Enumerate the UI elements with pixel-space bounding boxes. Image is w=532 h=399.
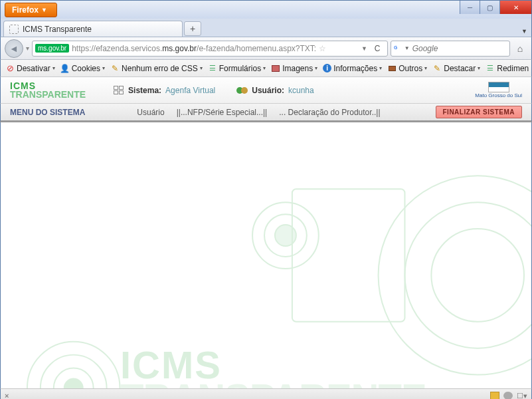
- status-bar: × ☐▾: [0, 388, 532, 399]
- sistema-info: Sistema: Agenfa Virtual: [114, 86, 215, 95]
- back-button[interactable]: ◄: [5, 39, 23, 58]
- watermark: ICMS TRANSPARENTE: [1, 122, 531, 388]
- svg-point-8: [275, 225, 296, 246]
- dev-outros[interactable]: Outros▾: [385, 64, 429, 73]
- firefox-label: Firefox: [12, 5, 39, 15]
- developer-toolbar: ⊘ Desativar▾ 👤 Cookies▾ ✎ Nenhum erro de…: [0, 60, 532, 77]
- close-button[interactable]: ✕: [499, 1, 531, 14]
- search-input[interactable]: [412, 44, 507, 53]
- app-header: ICMS TRANSPARENTE Sistema: Agenfa Virtua…: [0, 77, 532, 104]
- tab-title: ICMS Transparente: [23, 25, 92, 34]
- svg-point-11: [404, 202, 531, 348]
- url-bar[interactable]: ms.gov.br https://efazenda.servicos.ms.g…: [32, 41, 388, 57]
- form-icon: ☰: [208, 64, 217, 73]
- tab-strip: ICMS Transparente + ▼: [0, 19, 532, 37]
- new-tab-button[interactable]: +: [184, 21, 201, 36]
- svg-point-4: [64, 379, 83, 388]
- url-history-dropdown[interactable]: ▼: [361, 45, 367, 52]
- google-icon[interactable]: G: [394, 44, 402, 53]
- app-logo: ICMS TRANSPARENTE: [10, 82, 86, 98]
- dev-redimen[interactable]: ☰ Redimen: [484, 64, 531, 73]
- watermark-line2: TRANSPARENTE: [120, 381, 426, 388]
- finalize-button[interactable]: FINALIZAR SISTEMA: [436, 106, 523, 118]
- site-identity-badge[interactable]: ms.gov.br: [35, 44, 69, 53]
- status-icon-3[interactable]: ☐▾: [517, 392, 527, 400]
- maximize-button[interactable]: ▢: [480, 1, 499, 14]
- dev-form[interactable]: ☰ Formulários▾: [206, 64, 268, 73]
- menu-declaracao[interactable]: ... Declaração do Produtor..||: [279, 108, 380, 117]
- dev-imagens[interactable]: Imagens▾: [269, 64, 319, 73]
- sistema-value: Agenfa Virtual: [165, 86, 215, 95]
- firefox-menu-button[interactable]: Firefox ▼: [5, 3, 57, 17]
- person-icon: 👤: [60, 64, 70, 73]
- windows-icon: [114, 86, 124, 95]
- search-engine-dropdown[interactable]: ▼: [404, 45, 410, 51]
- resize-icon: ☰: [486, 64, 495, 73]
- reload-button[interactable]: C: [370, 44, 385, 53]
- dev-desativar[interactable]: ⊘ Desativar▾: [3, 64, 57, 73]
- brick-icon: [387, 64, 397, 73]
- info-icon: i: [323, 64, 331, 72]
- content-area: ICMS TRANSPARENTE: [0, 122, 532, 388]
- page-favicon: [9, 25, 19, 34]
- users-icon: [236, 87, 248, 94]
- forward-dropdown[interactable]: ▾: [26, 45, 29, 52]
- forbid-icon: ⊘: [5, 64, 15, 73]
- usuario-label: Usuário:: [252, 86, 284, 95]
- system-menu-bar: MENU DO SISTEMA Usuário ||...NFP/Série E…: [0, 104, 532, 122]
- image-icon: [271, 64, 280, 73]
- status-close[interactable]: ×: [5, 392, 9, 399]
- window-titlebar: Firefox ▼ ─ ▢ ✕: [0, 0, 532, 19]
- status-icon-2[interactable]: [503, 392, 513, 399]
- url-text: https://efazenda.servicos.ms.gov.br/e-fa…: [72, 44, 316, 53]
- sistema-label: Sistema:: [128, 86, 161, 95]
- chevron-down-icon: ▼: [41, 7, 47, 13]
- dev-info[interactable]: i Informações▾: [321, 64, 384, 73]
- search-box[interactable]: G ▼: [391, 41, 510, 57]
- status-icon-1[interactable]: [490, 392, 499, 399]
- browser-tab[interactable]: ICMS Transparente: [3, 21, 183, 37]
- dev-cookies[interactable]: 👤 Cookies▾: [58, 64, 107, 73]
- dev-css[interactable]: ✎ Nenhum erro de CSS▾: [108, 64, 205, 73]
- usuario-value: kcunha: [288, 86, 314, 95]
- home-button[interactable]: ⌂: [513, 43, 527, 54]
- tab-list-button[interactable]: ▼: [521, 28, 527, 35]
- highlight-icon: ✎: [432, 64, 442, 73]
- nav-toolbar: ◄ ▾ ms.gov.br https://efazenda.servicos.…: [0, 37, 532, 60]
- flag-icon: [488, 82, 509, 92]
- status-right: ☐▾: [490, 392, 527, 400]
- window-controls: ─ ▢ ✕: [460, 1, 531, 14]
- minimize-button[interactable]: ─: [460, 1, 480, 14]
- svg-point-12: [431, 229, 524, 322]
- svg-rect-9: [292, 189, 405, 322]
- menu-title: MENU DO SISTEMA: [10, 108, 85, 117]
- svg-text:G: G: [394, 45, 397, 49]
- dev-destacar[interactable]: ✎ Destacar▾: [430, 64, 482, 73]
- feed-icon[interactable]: ☆: [319, 44, 326, 53]
- menu-usuario[interactable]: Usuário: [137, 108, 164, 117]
- mato-grosso-logo: Mato Grosso do Sul: [475, 82, 522, 98]
- pencil-icon: ✎: [110, 64, 120, 73]
- menu-nfp[interactable]: ||...NFP/Série Especial...||: [177, 108, 268, 117]
- usuario-info: Usuário: kcunha: [236, 86, 313, 95]
